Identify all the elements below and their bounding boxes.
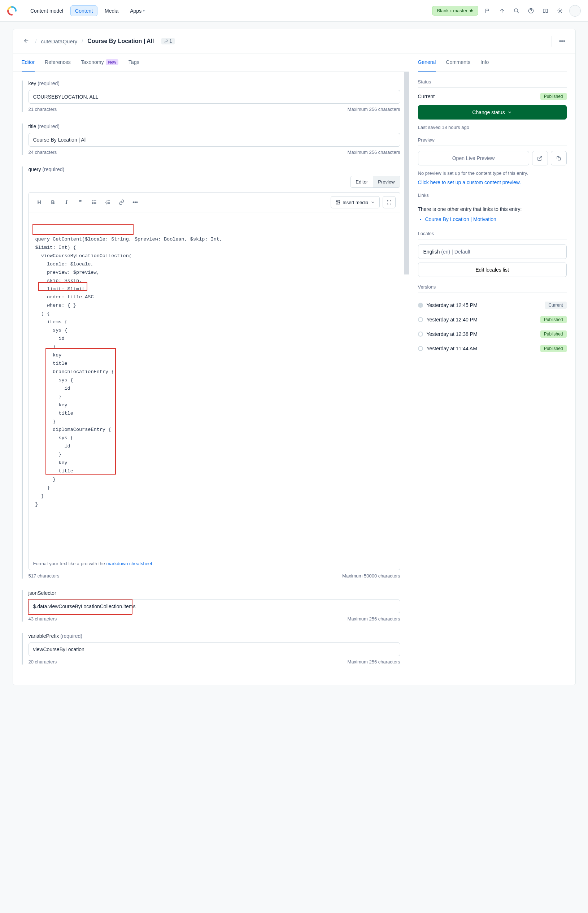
jsonselector-input[interactable] <box>29 599 400 613</box>
side-tab-info[interactable]: Info <box>480 53 489 71</box>
heading-icon[interactable]: H <box>33 196 45 208</box>
locale-box[interactable]: English (en) | Default <box>418 244 567 259</box>
copy-button[interactable] <box>551 151 567 165</box>
link-badge[interactable]: 1 <box>162 38 175 44</box>
more-icon[interactable]: ••• <box>558 36 567 46</box>
side-tabs: GeneralCommentsInfo <box>418 53 567 72</box>
tab-references[interactable]: References <box>45 53 71 71</box>
topnav-item-content[interactable]: Content <box>70 5 97 16</box>
preview-note: No preview is set up for the content typ… <box>418 170 567 176</box>
query-tab-editor[interactable]: Editor <box>351 176 373 188</box>
chevron-down-icon <box>507 110 512 115</box>
topbar: Content modelContentMediaApps▾ Blank › m… <box>0 0 588 22</box>
insert-media-button[interactable]: Insert media <box>331 196 380 209</box>
side-tab-general[interactable]: General <box>418 53 436 71</box>
bold-icon[interactable]: B <box>47 196 59 208</box>
svg-point-0 <box>514 9 518 12</box>
tab-editor[interactable]: Editor <box>22 53 35 71</box>
expand-button[interactable] <box>383 196 396 209</box>
query-tab-preview[interactable]: Preview <box>373 176 400 188</box>
edit-locales-button[interactable]: Edit locales list <box>418 262 567 277</box>
version-time: Yesterday at 12:38 PM <box>426 331 537 337</box>
env-pill[interactable]: Blank › master <box>432 6 478 16</box>
help-icon[interactable] <box>526 6 536 16</box>
italic-icon[interactable]: I <box>61 196 73 208</box>
more-format-icon[interactable]: ••• <box>129 196 142 208</box>
field-label: variablePrefix <box>29 633 59 639</box>
svg-point-13 <box>336 201 337 202</box>
field-query: query (required) Editor Preview H B I ❞ <box>22 167 400 579</box>
variableprefix-input[interactable] <box>29 643 400 656</box>
locales-section: Locales English (en) | Default Edit loca… <box>418 223 567 277</box>
char-max: Maximum 50000 characters <box>342 573 400 579</box>
svg-point-6 <box>92 201 92 201</box>
link-icon[interactable] <box>116 196 128 208</box>
external-link-button[interactable] <box>532 151 548 165</box>
page-title: Course By Location | All <box>87 38 154 44</box>
field-label: query <box>29 167 41 172</box>
back-arrow-icon[interactable] <box>22 36 31 47</box>
ol-icon[interactable] <box>102 196 114 208</box>
topnav-item-apps[interactable]: Apps▾ <box>126 6 149 16</box>
topnav: Content modelContentMediaApps▾ <box>26 5 432 16</box>
field-label: title <box>29 123 36 129</box>
settings-icon[interactable] <box>555 6 565 16</box>
breadcrumb-sep: / <box>82 38 83 44</box>
links-section: Links There is one other entry that link… <box>418 185 567 223</box>
tab-taxonomy[interactable]: TaxonomyNew <box>81 53 118 71</box>
docs-icon[interactable] <box>540 6 551 16</box>
ul-icon[interactable] <box>88 196 100 208</box>
version-time: Yesterday at 11:44 AM <box>426 346 537 351</box>
page-header: / cuteDataQuery / Course By Location | A… <box>13 29 575 53</box>
section-heading: Links <box>418 193 567 201</box>
breadcrumb-parent[interactable]: cuteDataQuery <box>41 38 77 44</box>
scrollbar[interactable] <box>404 72 409 275</box>
chevron-down-icon: ▾ <box>143 9 145 13</box>
field-jsonselector: jsonSelector 43 charactersMaximum 256 ch… <box>22 590 400 622</box>
search-icon[interactable] <box>512 6 522 16</box>
char-count: 20 characters <box>29 659 57 665</box>
version-badge: Published <box>540 330 567 338</box>
required-tag: (required) <box>37 81 60 86</box>
avatar[interactable] <box>569 5 581 16</box>
upload-icon[interactable] <box>497 6 507 16</box>
key-input[interactable] <box>29 90 400 104</box>
version-row[interactable]: Yesterday at 12:40 PMPublished <box>418 312 567 327</box>
version-row[interactable]: Yesterday at 11:44 AMPublished <box>418 341 567 356</box>
editor-footer: Format your text like a pro with the mar… <box>29 557 400 570</box>
main-col: EditorReferencesTaxonomyNewTags key (req… <box>13 53 409 685</box>
chevron-down-icon <box>371 200 375 204</box>
required-tag: (required) <box>60 633 82 639</box>
editor-toolbar: H B I ❞ ••• Insert media <box>29 193 400 212</box>
field-label: key <box>29 81 36 86</box>
svg-point-7 <box>92 202 92 202</box>
change-status-button[interactable]: Change status <box>418 105 567 120</box>
title-input[interactable] <box>29 133 400 147</box>
new-badge: New <box>106 59 118 65</box>
side-col: GeneralCommentsInfo Status Current Publi… <box>409 53 575 685</box>
topnav-item-media[interactable]: Media <box>100 6 123 16</box>
version-badge: Current <box>545 301 566 309</box>
char-max: Maximum 256 characters <box>347 659 400 665</box>
version-time: Yesterday at 12:45 PM <box>426 302 541 308</box>
status-section: Status Current Published Change status L… <box>418 72 567 130</box>
tab-tags[interactable]: Tags <box>129 53 139 71</box>
last-saved: Last saved 18 hours ago <box>418 125 567 130</box>
char-count: 21 characters <box>29 107 57 112</box>
field-key: key (required) 21 charactersMaximum 256 … <box>22 81 400 112</box>
link-item-link[interactable]: Course By Location | Motivation <box>425 216 496 222</box>
section-heading: Locales <box>418 231 567 240</box>
status-badge: Published <box>540 93 567 100</box>
open-preview-button[interactable]: Open Live Preview <box>418 151 529 165</box>
side-tab-comments[interactable]: Comments <box>446 53 470 71</box>
quote-icon[interactable]: ❞ <box>74 196 87 208</box>
preview-link[interactable]: Click here to set up a custom content pr… <box>418 180 521 185</box>
cheatsheet-link[interactable]: markdown cheatsheet <box>107 561 152 566</box>
version-row[interactable]: Yesterday at 12:38 PMPublished <box>418 327 567 341</box>
topnav-item-content-model[interactable]: Content model <box>26 6 68 16</box>
flag-icon[interactable] <box>483 6 493 16</box>
version-row[interactable]: Yesterday at 12:45 PMCurrent <box>418 298 567 312</box>
section-heading: Preview <box>418 137 567 146</box>
code-area[interactable]: query GetContent($locale: String, $previ… <box>29 212 400 557</box>
svg-point-2 <box>559 10 561 11</box>
